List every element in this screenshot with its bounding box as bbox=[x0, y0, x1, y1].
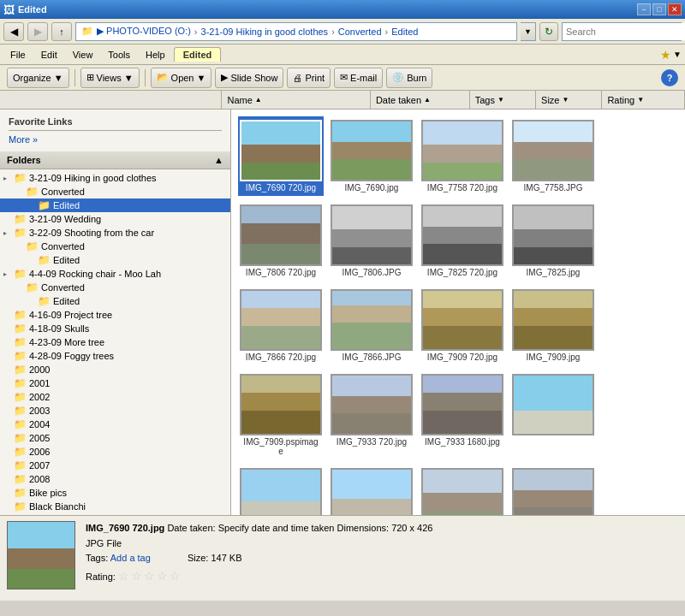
slideshow-button[interactable]: ▶ Slide Show bbox=[215, 68, 283, 88]
thumb-label-t1: IMG_7690 720.jpg bbox=[246, 183, 316, 192]
tree-item-10[interactable]: 📁 4-16-09 Project tree bbox=[0, 308, 230, 322]
tree-item-3[interactable]: 📁 3-21-09 Wedding bbox=[0, 212, 230, 226]
thumb-label-t15: IMG_7933 1680.jpg bbox=[425, 437, 500, 447]
tree-item-15[interactable]: 📁 2001 bbox=[0, 376, 230, 390]
thumbnail-t11[interactable]: IMG_7909 720.jpg bbox=[420, 286, 505, 365]
favorites-star-icon[interactable]: ★ bbox=[660, 48, 671, 62]
col-rating[interactable]: Rating ▼ bbox=[602, 91, 685, 109]
thumbnail-t6[interactable]: IMG_7806.JPG bbox=[329, 201, 414, 281]
tree-item-8[interactable]: 📁 Converted bbox=[0, 281, 230, 294]
close-button[interactable]: ✕ bbox=[668, 3, 682, 15]
status-type-row: JPG File bbox=[86, 536, 678, 552]
tree-item-5[interactable]: 📁 Converted bbox=[0, 240, 230, 253]
thumbnail-t7[interactable]: IMG_7825 720.jpg bbox=[420, 201, 505, 281]
organize-button[interactable]: Organize ▼ bbox=[7, 68, 69, 88]
tree-item-17[interactable]: 📁 2003 bbox=[0, 404, 230, 418]
menu-edit[interactable]: Edit bbox=[34, 48, 64, 62]
thumb-label-t9: IMG_7866 720.jpg bbox=[246, 352, 316, 362]
tree-item-1[interactable]: 📁 Converted bbox=[0, 185, 230, 198]
folders-header[interactable]: Folders ▲ bbox=[0, 151, 230, 169]
views-button[interactable]: ⊞ Views ▼ bbox=[80, 68, 140, 88]
col-tags[interactable]: Tags ▼ bbox=[470, 91, 536, 109]
tree-item-7[interactable]: ▸ 📁 4-4-09 Rocking chair - Moo Lah bbox=[0, 267, 230, 281]
tree-item-11[interactable]: 📁 4-18-09 Skulls bbox=[0, 322, 230, 335]
menu-view[interactable]: View bbox=[66, 48, 100, 62]
active-tab[interactable]: Edited bbox=[174, 47, 222, 62]
col-size[interactable]: Size ▼ bbox=[536, 91, 602, 109]
menu-file[interactable]: File bbox=[3, 48, 33, 62]
tree-item-25[interactable]: 📁 Camcorder bbox=[0, 513, 230, 515]
burn-label: Burn bbox=[407, 73, 426, 83]
thumbnail-t20[interactable] bbox=[510, 465, 596, 515]
search-input[interactable] bbox=[563, 23, 685, 40]
thumbnail-t10[interactable]: IMG_7866.JPG bbox=[329, 286, 414, 365]
menu-tools[interactable]: Tools bbox=[101, 48, 137, 62]
tree-item-13[interactable]: 📁 4-28-09 Foggy trees bbox=[0, 349, 230, 363]
tree-item-19[interactable]: 📁 2005 bbox=[0, 431, 230, 445]
thumb-label-t3: IMG_7758 720.jpg bbox=[427, 183, 497, 192]
thumbnail-t5[interactable]: IMG_7806 720.jpg bbox=[238, 201, 324, 281]
thumbnail-t9[interactable]: IMG_7866 720.jpg bbox=[238, 286, 324, 365]
tree-item-23[interactable]: 📁 Bike pics bbox=[0, 486, 230, 500]
tree-item-6[interactable]: 📁 Edited bbox=[0, 253, 230, 267]
col-date[interactable]: Date taken ▲ bbox=[371, 91, 470, 109]
status-rating-stars[interactable]: ☆☆☆☆☆ bbox=[118, 569, 182, 583]
refresh-button[interactable]: ↻ bbox=[539, 22, 558, 41]
tree-item-4[interactable]: ▸ 📁 3-22-09 Shooting from the car bbox=[0, 226, 230, 240]
tree-label: 4-4-09 Rocking chair - Moo Lah bbox=[29, 269, 161, 279]
path-folder3[interactable]: Edited bbox=[391, 27, 418, 37]
back-button[interactable]: ◀ bbox=[3, 22, 24, 41]
folder-icon: 📁 bbox=[38, 199, 51, 211]
tree-item-16[interactable]: 📁 2002 bbox=[0, 390, 230, 404]
forward-button[interactable]: ▶ bbox=[27, 22, 48, 41]
path-drive[interactable]: ▶ PHOTO-VIDEO (O:) bbox=[97, 26, 191, 37]
status-tags-value[interactable]: Add a tag bbox=[110, 553, 151, 563]
tree-item-18[interactable]: 📁 2004 bbox=[0, 418, 230, 431]
thumbnail-t15[interactable]: IMG_7933 1680.jpg bbox=[420, 370, 505, 459]
tree-item-0[interactable]: ▸ 📁 3-21-09 Hiking in good clothes bbox=[0, 171, 230, 185]
thumbnail-t14[interactable]: IMG_7933 720.jpg bbox=[329, 370, 414, 459]
thumbnail-t2[interactable]: IMG_7690.jpg bbox=[329, 116, 414, 196]
maximize-button[interactable]: □ bbox=[652, 3, 666, 15]
organize-label: Organize bbox=[13, 73, 51, 83]
thumbnail-t18[interactable] bbox=[329, 465, 414, 515]
tree-item-12[interactable]: 📁 4-23-09 More tree bbox=[0, 335, 230, 349]
path-folder2[interactable]: Converted bbox=[338, 27, 382, 37]
tree-item-24[interactable]: 📁 Black Bianchi bbox=[0, 500, 230, 513]
tree-label: Converted bbox=[41, 282, 85, 293]
tree-item-21[interactable]: 📁 2007 bbox=[0, 459, 230, 472]
up-button[interactable]: ↑ bbox=[51, 22, 72, 41]
path-sep1: › bbox=[194, 27, 198, 37]
tree-item-9[interactable]: 📁 Edited bbox=[0, 294, 230, 308]
thumbnail-t1[interactable]: IMG_7690 720.jpg bbox=[238, 116, 324, 196]
help-button[interactable]: ? bbox=[661, 69, 678, 86]
path-dropdown-button[interactable]: ▼ bbox=[521, 22, 536, 41]
tree-item-20[interactable]: 📁 2006 bbox=[0, 445, 230, 459]
expand-icon: ▸ bbox=[3, 175, 14, 182]
col-name[interactable]: Name ▲ bbox=[222, 91, 370, 109]
email-button[interactable]: ✉ E-mail bbox=[334, 68, 383, 88]
path-folder1[interactable]: 3-21-09 Hiking in good clothes bbox=[201, 27, 329, 37]
menu-arrow-icon[interactable]: ▼ bbox=[673, 50, 682, 59]
thumbnail-t8[interactable]: IMG_7825.jpg bbox=[510, 201, 596, 281]
more-link[interactable]: More » bbox=[9, 134, 222, 145]
thumbnail-t19[interactable] bbox=[420, 465, 505, 515]
thumbnail-t16[interactable] bbox=[510, 370, 596, 459]
status-filename-row: IMG_7690 720.jpg Date taken: Specify dat… bbox=[86, 521, 678, 536]
tree-item-14[interactable]: 📁 2000 bbox=[0, 363, 230, 376]
thumbnail-t12[interactable]: IMG_7909.jpg bbox=[510, 286, 596, 365]
tree-item-2[interactable]: 📁 Edited bbox=[0, 198, 230, 212]
menu-help[interactable]: Help bbox=[139, 48, 172, 62]
tree-item-22[interactable]: 📁 2008 bbox=[0, 472, 230, 486]
thumbnail-t17[interactable] bbox=[238, 465, 324, 515]
thumbnail-t3[interactable]: IMG_7758 720.jpg bbox=[420, 116, 505, 196]
thumbnail-t4[interactable]: IMG_7758.JPG bbox=[510, 116, 596, 196]
folder-icon: 📁 bbox=[14, 487, 27, 499]
minimize-button[interactable]: − bbox=[637, 3, 651, 15]
thumb-image-t6 bbox=[331, 204, 413, 266]
thumbnail-t13[interactable]: IMG_7909.pspimage bbox=[238, 370, 324, 459]
open-button[interactable]: 📂 Open ▼ bbox=[151, 68, 212, 88]
search-box[interactable]: 🔍 bbox=[562, 22, 682, 41]
burn-button[interactable]: 💿 Burn bbox=[386, 68, 432, 88]
print-button[interactable]: 🖨 Print bbox=[287, 68, 331, 88]
